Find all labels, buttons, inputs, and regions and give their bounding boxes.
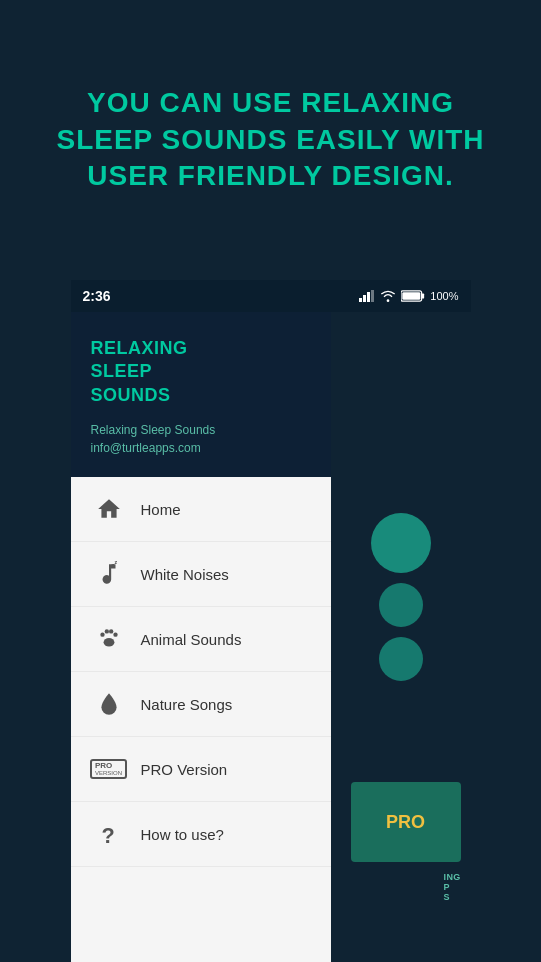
status-time: 2:36 (83, 288, 111, 304)
menu-label-pro-version: PRO Version (141, 761, 228, 778)
promo-area: YOU CAN USE RELAXING SLEEP SOUNDS EASILY… (0, 0, 541, 280)
drawer-subtitle: Relaxing Sleep Sounds info@turtleapps.co… (91, 421, 311, 457)
svg-rect-5 (422, 293, 425, 298)
menu-label-home: Home (141, 501, 181, 518)
wifi-icon (380, 290, 396, 302)
pro-badge-panel: PRO (351, 782, 461, 862)
teal-circle-1 (371, 513, 431, 573)
battery-icon (401, 290, 425, 302)
app-screen: PRO ING P S RELAXING SLEEP SOUNDS Relaxi… (71, 312, 471, 962)
menu-label-white-noises: White Noises (141, 566, 229, 583)
drawer-menu: RELAXING SLEEP SOUNDS Relaxing Sleep Sou… (71, 312, 331, 962)
svg-rect-0 (359, 298, 362, 302)
svg-text:?: ? (101, 823, 114, 847)
menu-label-nature-songs: Nature Songs (141, 696, 233, 713)
home-icon (91, 491, 127, 527)
drawer-header: RELAXING SLEEP SOUNDS Relaxing Sleep Sou… (71, 312, 331, 477)
signal-icon (359, 290, 375, 302)
drawer-menu-list: Home z z White Noises (71, 477, 331, 867)
paw-icon (91, 621, 127, 657)
phone-mockup: 2:36 100% (0, 280, 541, 962)
svg-rect-3 (371, 290, 374, 302)
svg-rect-2 (367, 292, 370, 302)
menu-label-animal-sounds: Animal Sounds (141, 631, 242, 648)
status-icons: 100% (359, 290, 458, 302)
menu-item-how-to-use[interactable]: ? How to use? (71, 802, 331, 867)
svg-point-13 (103, 638, 114, 647)
menu-item-animal-sounds[interactable]: Animal Sounds (71, 607, 331, 672)
battery-text: 100% (430, 290, 458, 302)
question-icon: ? (91, 816, 127, 852)
svg-rect-1 (363, 295, 366, 302)
right-panel-text: ING P S (444, 872, 461, 902)
svg-text:z: z (114, 561, 117, 565)
menu-item-nature-songs[interactable]: Nature Songs (71, 672, 331, 737)
teal-circle-2 (379, 583, 423, 627)
right-panel: PRO ING P S (331, 312, 471, 962)
drop-icon (91, 686, 127, 722)
menu-label-how-to-use: How to use? (141, 826, 224, 843)
menu-item-white-noises[interactable]: z z White Noises (71, 542, 331, 607)
svg-rect-6 (403, 292, 421, 300)
svg-point-11 (109, 629, 113, 633)
pro-icon: PRO VERSION (91, 751, 127, 787)
svg-point-9 (100, 633, 104, 637)
music-sleep-icon: z z (91, 556, 127, 592)
menu-item-pro-version[interactable]: PRO VERSION PRO Version (71, 737, 331, 802)
menu-item-home[interactable]: Home (71, 477, 331, 542)
status-bar: 2:36 100% (71, 280, 471, 312)
drawer-title: RELAXING SLEEP SOUNDS (91, 337, 311, 407)
svg-point-12 (113, 633, 117, 637)
pro-badge-label: PRO (386, 812, 425, 833)
promo-text: YOU CAN USE RELAXING SLEEP SOUNDS EASILY… (40, 85, 501, 194)
teal-circle-3 (379, 637, 423, 681)
svg-point-10 (104, 629, 108, 633)
